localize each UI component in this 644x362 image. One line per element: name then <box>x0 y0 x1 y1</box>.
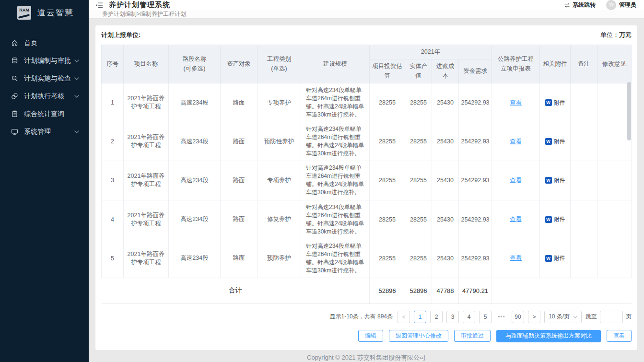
table-scrollbar[interactable] <box>627 82 631 140</box>
cell-scale: 针对高速234段单幅单车道264m进行铣刨重铺。针高速24段单幅单车道30km进… <box>301 200 370 239</box>
return-modify-button[interactable]: 退回管理中心修改 <box>389 330 448 342</box>
table-header: 序号 项目名称 路段名称 (可多选) 资产对象 工程类别 (单选) 建设规模 2… <box>102 45 632 83</box>
sidebar-item-plan-approval[interactable]: 计划编制与审批 <box>0 52 89 70</box>
col-road: 路段名称 (可多选) <box>169 45 221 83</box>
table-row: 42021年路面养护专项工程高速234段路面修复养护针对高速234段单幅单车道2… <box>102 200 632 239</box>
view-report-link[interactable]: 查看 <box>510 216 522 222</box>
attachment-link[interactable]: W附件 <box>545 138 565 146</box>
word-file-icon: W <box>545 99 552 106</box>
col-seq: 序号 <box>102 45 124 83</box>
topbar: 养护计划管理系统 系统跳转 管 管理员 <box>89 0 644 10</box>
table-row: 22021年路面养护专项工程高速234段路面预防性养护针对高速234段单幅单车道… <box>102 122 632 161</box>
menu-fold-icon[interactable] <box>95 2 103 9</box>
col-opinion: 修改意见 <box>597 45 632 83</box>
pager-prev-button[interactable]: < <box>398 311 410 323</box>
cell-opinion <box>597 161 632 200</box>
jump-page-input[interactable] <box>600 311 623 323</box>
sidebar-item-label: 计划实施与检查 <box>24 74 74 83</box>
copyright-text: Copyright © 2021 苏交科集团股份有限公司 <box>307 353 426 362</box>
cell-project: 2021年路面养护专项工程 <box>124 239 169 278</box>
pager-next-button[interactable]: > <box>528 311 540 323</box>
attachment-label: 附件 <box>554 99 565 107</box>
cell-invest-estimate: 28255 <box>370 200 405 239</box>
chevron-down-icon <box>573 315 577 318</box>
attachment-link[interactable]: W附件 <box>545 254 565 262</box>
attachment-link[interactable]: W附件 <box>545 176 565 185</box>
col-invest-estimate: 项目投资估算 <box>370 59 405 83</box>
word-file-icon: W <box>545 255 552 262</box>
table-body: 12021年路面养护专项工程高速234段路面专项养护针对高速234段单幅单车道2… <box>102 83 632 278</box>
cell-fund-demand: 254292.93 <box>459 83 492 122</box>
edit-button[interactable]: 编辑 <box>358 330 383 342</box>
plan-inspect-icon <box>11 75 19 82</box>
attachment-link[interactable]: W附件 <box>545 99 565 107</box>
cell-scale: 针对高速234段单幅单车道264m进行铣刨重铺。针高速24段单幅单车道30km进… <box>301 239 370 278</box>
cell-asset: 路面 <box>221 161 258 200</box>
word-file-icon: W <box>545 177 552 184</box>
compare-output-button[interactable]: 与路面辅助决策系统输出方案对比 <box>496 330 601 342</box>
total-fund-demand: 47790.21 <box>459 278 492 304</box>
view-report-link[interactable]: 查看 <box>510 99 522 106</box>
plan-card: 计划上报单位: 单位：万元 <box>95 25 637 350</box>
report-unit-label: 计划上报单位: <box>101 31 141 39</box>
cell-project: 2021年路面养护专项工程 <box>124 122 169 161</box>
view-report-link[interactable]: 查看 <box>510 138 522 145</box>
col-project: 项目名称 <box>124 45 169 83</box>
total-empty <box>492 278 632 304</box>
pager-more-button[interactable]: ••• <box>495 311 508 323</box>
sidebar-item-label: 计划执行考核 <box>24 92 74 101</box>
pagination: 显示1-10条，共有 894条 < 12345•••90 > 10 条/页 跳至… <box>101 311 632 323</box>
cell-entity-output: 28255 <box>405 83 432 122</box>
plan-compile-icon <box>11 57 19 65</box>
view-button[interactable]: 查看 <box>607 330 632 342</box>
sidebar-item-plan-assess[interactable]: 计划执行考核 <box>0 87 89 105</box>
sidebar-item-stats-query[interactable]: 综合统计查询 <box>0 105 89 123</box>
pager-page-button[interactable]: 1 <box>414 311 426 323</box>
cell-project: 2021年路面养护专项工程 <box>124 200 169 239</box>
col-remark: 备注 <box>571 45 597 83</box>
cell-booked-cost: 25430 <box>432 239 459 278</box>
card-header: 计划上报单位: 单位：万元 <box>101 25 632 45</box>
attachment-label: 附件 <box>554 138 565 146</box>
cell-report: 查看 <box>492 200 540 239</box>
view-report-link[interactable]: 查看 <box>510 177 522 184</box>
word-file-icon: W <box>545 138 552 145</box>
cell-opinion <box>597 200 632 239</box>
pager-page-button[interactable]: 4 <box>463 311 475 323</box>
view-report-link[interactable]: 查看 <box>510 255 522 261</box>
pager-page-button[interactable]: 2 <box>430 311 443 323</box>
pager-page-button[interactable]: 5 <box>479 311 492 323</box>
cell-worktype: 修复养护 <box>258 200 301 239</box>
cell-road: 高速234段 <box>169 161 221 200</box>
cell-asset: 路面 <box>221 122 258 161</box>
cell-booked-cost: 25430 <box>432 161 459 200</box>
sidebar-item-plan-inspect[interactable]: 计划实施与检查 <box>0 70 89 87</box>
cell-opinion <box>597 122 632 161</box>
pager-pages: 12345•••90 <box>414 311 524 323</box>
col-report: 公路养护工程 立项申报表 <box>492 45 540 83</box>
sidebar-menu: 首页计划编制与审批计划实施与检查计划执行考核综合统计查询系统管理 <box>0 30 89 140</box>
table-row: 12021年路面养护专项工程高速234段路面专项养护针对高速234段单幅单车道2… <box>102 83 632 122</box>
cell-opinion <box>597 83 632 122</box>
system-jump-link[interactable]: 系统跳转 <box>564 1 596 9</box>
jump-label: 跳至 <box>585 313 597 321</box>
approve-button[interactable]: 审批通过 <box>454 330 491 342</box>
user-menu[interactable]: 管 管理员 <box>606 0 636 10</box>
attachment-link[interactable]: W附件 <box>545 215 565 223</box>
pager-page-button[interactable]: 90 <box>512 311 524 323</box>
breadcrumb: 养护计划编制>编制养护工程计划 <box>102 10 186 18</box>
sidebar-item-label: 首页 <box>24 39 79 47</box>
pagination-info: 显示1-10条，共有 894条 <box>330 313 393 321</box>
cell-attachment: W附件 <box>540 239 571 278</box>
cell-attachment: W附件 <box>540 122 571 161</box>
home-icon <box>11 39 19 47</box>
unit-note: 单位：万元 <box>600 31 632 39</box>
unit-value: 万元 <box>619 31 632 38</box>
sidebar-item-home[interactable]: 首页 <box>0 34 89 52</box>
cell-asset: 路面 <box>221 200 258 239</box>
cell-booked-cost: 25430 <box>432 200 459 239</box>
per-page-select[interactable]: 10 条/页 <box>544 311 582 323</box>
sidebar-item-system-manage[interactable]: 系统管理 <box>0 123 89 140</box>
pager-page-button[interactable]: 3 <box>446 311 459 323</box>
topbar-right: 系统跳转 管 管理员 <box>564 0 636 10</box>
